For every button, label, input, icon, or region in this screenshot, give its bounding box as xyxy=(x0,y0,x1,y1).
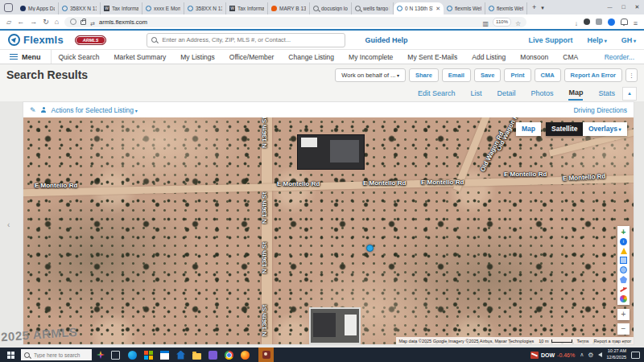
tab-map[interactable]: Map xyxy=(568,86,583,101)
menu-item-market-summary[interactable]: Market Summary xyxy=(107,53,174,61)
maximize-button[interactable] xyxy=(617,0,630,14)
tab-photos[interactable]: Photos xyxy=(530,87,553,100)
edge-icon[interactable] xyxy=(128,351,137,360)
help-menu[interactable]: Help xyxy=(588,36,607,44)
menu-item-my-listings[interactable]: My Listings xyxy=(173,53,222,61)
browser-tab[interactable]: flexmls Web xyxy=(485,2,527,14)
site-search-input[interactable] xyxy=(160,35,341,44)
active-app-highlight[interactable] xyxy=(258,348,274,362)
calendar-icon[interactable] xyxy=(160,351,169,360)
close-button[interactable] xyxy=(630,0,644,14)
menu-item-quick-search[interactable]: Quick Search xyxy=(52,53,107,61)
app-icon[interactable] xyxy=(208,351,217,360)
browser-tab[interactable]: 358XX N 136th S xyxy=(59,2,101,14)
minimize-button[interactable] xyxy=(603,0,617,14)
microsoft-store-icon[interactable] xyxy=(144,351,153,360)
back-icon[interactable] xyxy=(17,14,24,29)
cma-button[interactable]: CMA xyxy=(535,68,561,82)
reorder-link[interactable]: Reorder... xyxy=(605,53,644,61)
stock-widget[interactable]: DOW -0.46% xyxy=(530,352,575,359)
menu-item-office-member[interactable]: Office/Member xyxy=(222,53,282,61)
browser-tab[interactable]: xxxx E Montello xyxy=(142,2,184,14)
home-icon[interactable] xyxy=(55,14,59,29)
browser-tab[interactable]: Tax Information xyxy=(101,2,142,14)
browser-tab-active[interactable]: 0 N 136th ST 2✕ xyxy=(394,2,444,14)
zoom-level-badge[interactable]: 110% xyxy=(493,18,511,27)
browser-tab[interactable]: docusign login - xyxy=(310,2,352,14)
live-support-link[interactable]: Live Support xyxy=(529,36,573,44)
tab-list-caret-icon[interactable] xyxy=(541,0,544,15)
tab-actions-icon[interactable] xyxy=(6,14,11,30)
satellite-mode-button[interactable]: Satellite xyxy=(546,122,584,136)
zoom-in-button[interactable] xyxy=(617,309,630,320)
notifications-bell-icon[interactable] xyxy=(621,19,628,25)
extension-icon[interactable] xyxy=(584,19,590,25)
draw-line-icon[interactable] xyxy=(620,286,627,293)
browser-tab[interactable]: flexmls Web xyxy=(444,2,485,14)
person-icon[interactable] xyxy=(41,107,47,113)
profile-avatar[interactable] xyxy=(608,19,615,26)
bookmark-star-icon[interactable] xyxy=(515,14,521,29)
taskbar-clock[interactable]: 10:27 AM 12/6/2025 xyxy=(607,348,626,360)
browser-menu-icon[interactable] xyxy=(634,14,638,29)
menu-item-cma[interactable]: CMA xyxy=(555,53,585,61)
browser-tab[interactable]: MARY B 138 210 xyxy=(268,2,310,14)
action-center-icon[interactable] xyxy=(631,352,640,359)
profile-menu[interactable]: GH xyxy=(621,36,636,44)
workspaces-icon[interactable] xyxy=(4,3,13,12)
browser-tab[interactable]: 358XX N 136th S xyxy=(184,2,226,14)
info-icon[interactable] xyxy=(620,238,627,245)
downloads-icon[interactable] xyxy=(575,14,578,29)
color-wheel-icon[interactable] xyxy=(620,295,627,302)
taskbar-search[interactable] xyxy=(21,349,92,360)
actions-selected-dropdown[interactable]: Actions for Selected Listing xyxy=(52,106,138,114)
browser-tab[interactable]: Tax Information xyxy=(226,2,268,14)
tab-list[interactable]: List xyxy=(470,87,481,100)
new-tab-button[interactable] xyxy=(532,0,536,14)
flexmls-logo[interactable]: Flexmls xyxy=(8,34,64,46)
site-search[interactable] xyxy=(147,33,345,47)
tab-edit-search[interactable]: Edit Search xyxy=(418,87,456,100)
menu-item-monsoon[interactable]: Monsoon xyxy=(513,53,555,61)
report-error-button[interactable]: Report An Error xyxy=(564,68,622,82)
main-menu-button[interactable]: Menu xyxy=(0,50,52,64)
sidebar-collapse-chevron-icon[interactable] xyxy=(7,220,10,229)
taskbar-search-input[interactable] xyxy=(32,352,89,359)
tab-detail[interactable]: Detail xyxy=(497,87,515,100)
collapse-panel-button[interactable] xyxy=(622,87,637,101)
browser-tab[interactable]: My Apps Dashb xyxy=(17,2,59,14)
menu-item-add-listing[interactable]: Add Listing xyxy=(464,53,513,61)
menu-item-change-listing[interactable]: Change Listing xyxy=(281,53,341,61)
add-icon[interactable] xyxy=(620,228,627,236)
driving-directions-link[interactable]: Driving Directions xyxy=(573,106,627,114)
zoom-out-button[interactable] xyxy=(617,323,630,335)
firefox-icon[interactable] xyxy=(241,351,250,360)
listing-marker[interactable] xyxy=(366,245,374,252)
terms-link[interactable]: Terms xyxy=(575,337,592,344)
share-button[interactable]: Share xyxy=(409,68,439,82)
guided-help-link[interactable]: Guided Help xyxy=(365,36,407,44)
more-actions-kebab-icon[interactable] xyxy=(625,68,638,82)
browser-tab[interactable]: wells fargo login xyxy=(352,2,394,14)
email-button[interactable]: Email xyxy=(442,68,471,82)
reload-icon[interactable] xyxy=(43,14,49,29)
file-explorer-icon[interactable] xyxy=(192,353,201,360)
menu-item-my-incomplete[interactable]: My Incomplete xyxy=(341,53,400,61)
speaker-icon[interactable] xyxy=(598,352,602,357)
forward-icon[interactable] xyxy=(30,14,37,29)
start-button[interactable] xyxy=(0,348,21,362)
copilot-spark-icon[interactable] xyxy=(97,351,105,359)
work-on-behalf-button[interactable]: Work on behalf of ... xyxy=(335,68,406,82)
overlays-dropdown-button[interactable]: Overlays xyxy=(583,122,627,136)
settings-gear-icon[interactable] xyxy=(588,352,593,359)
save-button[interactable]: Save xyxy=(474,68,502,82)
print-button[interactable]: Print xyxy=(504,68,530,82)
task-view-icon[interactable] xyxy=(111,351,120,360)
url-box[interactable]: armls.flexmls.com 110% xyxy=(64,17,526,27)
reader-icon[interactable] xyxy=(483,14,489,29)
map-mode-button[interactable]: Map xyxy=(516,122,541,136)
home-app-icon[interactable] xyxy=(176,351,185,360)
satellite-map[interactable]: E Montello Rd E Montello Rd E Montello R… xyxy=(23,117,634,344)
menu-item-my-sent-emails[interactable]: My Sent E-Mails xyxy=(400,53,464,61)
url-text[interactable]: armls.flexmls.com xyxy=(99,19,478,26)
